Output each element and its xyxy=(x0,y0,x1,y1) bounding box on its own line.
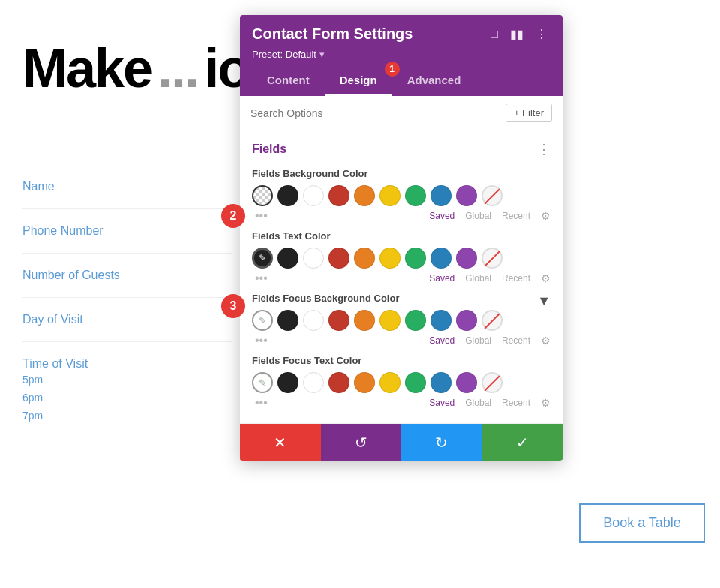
saved-link[interactable]: Saved xyxy=(429,211,454,221)
modal-header-top: Contact Form Settings □ ▮▮ ⋮ xyxy=(252,26,550,43)
fields-text-swatches: ✎ xyxy=(252,248,550,268)
swatch-red4[interactable] xyxy=(328,372,350,393)
swatch-red3[interactable] xyxy=(328,310,350,331)
tab-advanced[interactable]: Advanced xyxy=(392,68,476,96)
swatch-orange3[interactable] xyxy=(354,310,375,331)
swatch-orange4[interactable] xyxy=(354,372,375,393)
step-badge-2: 2 xyxy=(221,204,245,228)
section-menu-icon[interactable]: ⋮ xyxy=(537,141,550,158)
filter-button[interactable]: + Filter xyxy=(506,104,552,122)
form-field-phone: Phone Number xyxy=(22,209,232,254)
recent-link[interactable]: Recent xyxy=(502,211,530,221)
swatch-green3[interactable] xyxy=(405,310,426,331)
save-button[interactable]: ✓ xyxy=(482,424,563,461)
fields-focus-bg-swatches: ✎ xyxy=(252,310,550,331)
global-link2[interactable]: Global xyxy=(465,273,491,284)
swatch-white3[interactable] xyxy=(303,310,324,331)
global-link4[interactable]: Global xyxy=(465,398,491,408)
fields-focus-text-swatches: ✎ xyxy=(252,372,550,393)
swatch-transparent[interactable] xyxy=(252,185,273,206)
recent-link4[interactable]: Recent xyxy=(502,398,530,408)
recent-link3[interactable]: Recent xyxy=(502,335,530,346)
modal-header-icons: □ ▮▮ ⋮ xyxy=(488,26,550,43)
fields-bg-label: Fields Background Color xyxy=(252,168,550,179)
global-link[interactable]: Global xyxy=(465,211,491,221)
gear-icon-focus-text[interactable]: ⚙ xyxy=(541,397,550,409)
gear-icon-bg[interactable]: ⚙ xyxy=(541,210,550,222)
swatch-red[interactable] xyxy=(328,185,350,206)
swatch-black[interactable] xyxy=(278,185,298,206)
fields-section: Fields ⋮ Fields Background Color xyxy=(240,130,562,424)
fields-bg-meta: ••• Saved Global Recent ⚙ xyxy=(252,209,550,223)
swatch-yellow4[interactable] xyxy=(380,372,400,393)
swatch-orange[interactable] xyxy=(354,185,375,206)
modal-preset[interactable]: Preset: Default ▾ xyxy=(252,49,550,60)
swatch-blue3[interactable] xyxy=(430,310,452,331)
cancel-button[interactable]: ✕ xyxy=(240,424,321,461)
swatch-purple3[interactable] xyxy=(456,310,477,331)
swatch-blue[interactable] xyxy=(430,185,452,206)
swatch-red2[interactable] xyxy=(328,248,350,268)
swatch-none3[interactable] xyxy=(482,310,502,331)
swatch-none4[interactable] xyxy=(482,372,502,393)
swatch-black4[interactable] xyxy=(278,372,298,393)
swatch-purple[interactable] xyxy=(456,185,477,206)
columns-icon[interactable]: ▮▮ xyxy=(507,26,526,43)
fields-text-label: Fields Text Color xyxy=(252,230,550,242)
global-link3[interactable]: Global xyxy=(465,335,491,346)
more-options-icon[interactable]: ⋮ xyxy=(532,26,550,43)
swatch-blue2[interactable] xyxy=(430,248,452,268)
swatch-green[interactable] xyxy=(405,185,426,206)
tab-content[interactable]: Content xyxy=(252,68,325,96)
redo-button[interactable]: ↻ xyxy=(401,424,482,461)
form-fields-list: Name Phone Number Number of Guests Day o… xyxy=(22,165,232,440)
fields-focus-text-label: Fields Focus Text Color xyxy=(252,355,550,366)
fields-focus-bg-color-group: Fields Focus Background Color ▼ ✎ xyxy=(252,292,550,347)
search-input[interactable] xyxy=(250,107,500,119)
swatch-none2[interactable] xyxy=(482,248,502,268)
swatch-black-selected[interactable]: ✎ xyxy=(252,248,273,268)
swatch-white2[interactable] xyxy=(303,248,324,268)
swatch-white[interactable] xyxy=(303,185,324,206)
form-field-guests: Number of Guests xyxy=(22,254,232,298)
more-dots-icon[interactable]: ••• xyxy=(255,209,268,223)
saved-link4[interactable]: Saved xyxy=(429,398,454,408)
swatch-yellow2[interactable] xyxy=(380,248,400,268)
swatch-none[interactable] xyxy=(482,185,502,206)
more-dots-icon3[interactable]: ••• xyxy=(255,334,268,347)
form-field-day: Day of Visit xyxy=(22,298,232,342)
gear-icon-text[interactable]: ⚙ xyxy=(541,272,550,284)
swatch-purple4[interactable] xyxy=(456,372,477,393)
swatch-orange2[interactable] xyxy=(354,248,375,268)
more-dots-icon2[interactable]: ••• xyxy=(255,272,268,285)
modal-footer: ✕ ↺ ↻ ✓ xyxy=(240,424,562,461)
swatch-green4[interactable] xyxy=(405,372,426,393)
section-title: Fields xyxy=(252,142,286,156)
swatch-white4[interactable] xyxy=(303,372,324,393)
recent-link2[interactable]: Recent xyxy=(502,273,530,284)
modal-panel: Contact Form Settings □ ▮▮ ⋮ Preset: Def… xyxy=(240,15,562,461)
form-field-time: Time of Visit 5pm 6pm 7pm xyxy=(22,342,232,440)
swatch-black2[interactable] xyxy=(278,248,298,268)
swatch-pencil-focus-bg[interactable]: ✎ xyxy=(252,310,273,331)
more-dots-icon4[interactable]: ••• xyxy=(255,396,268,410)
swatch-green2[interactable] xyxy=(405,248,426,268)
swatch-pencil-focus-text[interactable]: ✎ xyxy=(252,372,273,393)
gear-icon-focus-bg[interactable]: ⚙ xyxy=(541,334,550,346)
saved-link3[interactable]: Saved xyxy=(429,335,454,346)
swatch-yellow3[interactable] xyxy=(380,310,400,331)
book-table-button[interactable]: Book a Table xyxy=(579,503,705,543)
swatch-blue4[interactable] xyxy=(430,372,452,393)
modal-body: + Filter Fields ⋮ Fields Background Colo… xyxy=(240,96,562,424)
swatch-yellow[interactable] xyxy=(380,185,400,206)
focus-bg-dropdown-arrow[interactable]: ▼ xyxy=(537,293,550,309)
modal-tabs: Content Design 1 Advanced xyxy=(252,68,550,96)
swatch-black3[interactable] xyxy=(278,310,298,331)
saved-link2[interactable]: Saved xyxy=(429,273,454,284)
undo-button[interactable]: ↺ xyxy=(321,424,402,461)
section-header: Fields ⋮ xyxy=(252,141,550,158)
swatch-purple2[interactable] xyxy=(456,248,477,268)
step-badge-3: 3 xyxy=(221,294,245,318)
expand-icon[interactable]: □ xyxy=(488,26,501,43)
tab-design[interactable]: Design 1 xyxy=(325,68,392,96)
